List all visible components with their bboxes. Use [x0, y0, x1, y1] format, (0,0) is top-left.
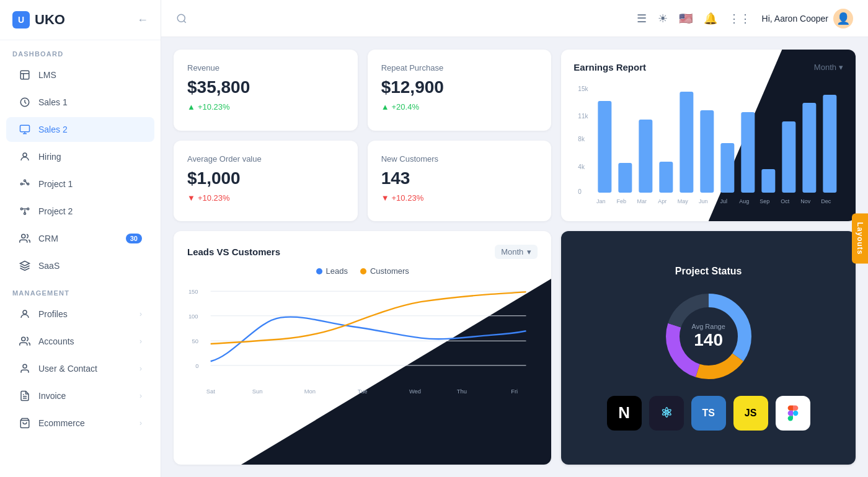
sidebar-item-project1[interactable]: Project 1: [6, 172, 154, 196]
earnings-bar-chart: 15k 11k 8k 4k 0: [574, 82, 843, 206]
leads-legend-leads-label: Leads: [326, 266, 348, 276]
svg-text:Apr: Apr: [658, 198, 667, 204]
earnings-chevron-icon: ▾: [839, 63, 843, 72]
donut-value: 140: [692, 330, 725, 350]
svg-text:Jun: Jun: [699, 198, 708, 204]
sidebar-item-crm[interactable]: CRM 30: [6, 226, 154, 251]
sidebar-item-profiles[interactable]: Profiles ›: [6, 302, 154, 326]
repeat-purchase-label: Repeat Purchase: [381, 63, 538, 72]
search-icon: [176, 13, 187, 24]
new-customers-value: 143: [381, 168, 538, 188]
menu-icon[interactable]: ☰: [637, 12, 647, 25]
dashboard-section-label: DASHBOARD: [0, 40, 161, 61]
invoice-icon: [19, 390, 31, 402]
sidebar-item-sales1-label: Sales 1: [38, 97, 68, 107]
nextjs-icon: N: [607, 396, 642, 431]
crm-badge: 30: [126, 234, 142, 243]
stat-cards: Revenue $35,800 ▲ +10.23% Repeat Purchas…: [174, 50, 551, 221]
svg-text:Aug: Aug: [740, 198, 750, 204]
new-customers-down-arrow: ▼: [381, 193, 389, 203]
svg-rect-31: [762, 169, 776, 193]
svg-point-6: [27, 183, 29, 185]
svg-text:Tue: Tue: [358, 388, 368, 395]
sidebar-item-invoice-label: Invoice: [38, 391, 66, 401]
accounts-icon: [19, 335, 31, 348]
sidebar-item-user-contact[interactable]: User & Contact ›: [6, 356, 154, 381]
svg-text:Oct: Oct: [781, 198, 790, 204]
svg-rect-27: [680, 92, 694, 193]
search-bar[interactable]: [176, 13, 627, 24]
top-cards-row: Revenue $35,800 ▲ +10.23% Repeat Purchas…: [174, 50, 856, 221]
svg-text:Fri: Fri: [511, 388, 518, 395]
project1-icon: [19, 178, 31, 190]
leads-period-select[interactable]: Month ▾: [495, 245, 538, 259]
svg-rect-26: [660, 162, 673, 193]
lms-icon: [19, 69, 31, 81]
leads-title: Leads VS Customers: [187, 247, 280, 257]
tech-icons-row: N ⚛ TS JS: [607, 396, 810, 431]
javascript-icon: JS: [733, 396, 768, 431]
sidebar-item-lms-label: LMS: [38, 70, 56, 80]
sidebar-item-hiring[interactable]: Hiring: [6, 144, 154, 169]
svg-rect-29: [721, 143, 735, 193]
svg-rect-32: [782, 121, 796, 193]
donut-center: Avg Range 140: [692, 323, 725, 350]
flag-icon[interactable]: 🇺🇸: [679, 12, 693, 25]
leads-legend-leads: Leads: [316, 266, 348, 276]
svg-text:4k: 4k: [578, 164, 586, 170]
sidebar-item-user-contact-label: User & Contact: [38, 364, 97, 374]
sidebar-item-saas[interactable]: SaaS: [6, 253, 154, 278]
svg-point-12: [22, 337, 25, 341]
sidebar-item-lms[interactable]: LMS: [6, 63, 154, 87]
earnings-title: Earnings Report: [574, 62, 646, 72]
svg-rect-34: [823, 95, 837, 193]
svg-text:150: 150: [188, 288, 198, 295]
svg-text:Feb: Feb: [617, 198, 627, 204]
earnings-period-select[interactable]: Month ▾: [814, 63, 843, 72]
bell-icon[interactable]: 🔔: [704, 12, 717, 25]
sidebar-item-sales2[interactable]: Sales 2: [6, 117, 154, 142]
sidebar-item-sales1[interactable]: Sales 1: [6, 90, 154, 115]
collapse-button[interactable]: ←: [137, 14, 148, 27]
layouts-tab[interactable]: Layouts: [852, 213, 868, 263]
management-section-label: MANAGEMENT: [0, 279, 161, 300]
revenue-card: Revenue $35,800 ▲ +10.23%: [174, 50, 358, 131]
sidebar-item-invoice[interactable]: Invoice ›: [6, 383, 154, 408]
ecommerce-chevron-icon: ›: [140, 419, 142, 427]
logo-text: UKO: [35, 12, 65, 28]
header-right: ☰ ☀ 🇺🇸 🔔 ⋮⋮ Hi, Aaron Cooper 👤: [637, 9, 853, 28]
theme-icon[interactable]: ☀: [658, 12, 668, 25]
revenue-label: Revenue: [187, 63, 344, 72]
logo-icon: U: [12, 11, 30, 28]
svg-rect-0: [20, 71, 29, 79]
sidebar-item-crm-label: CRM: [38, 234, 58, 243]
svg-text:Jan: Jan: [596, 198, 606, 204]
revenue-value: $35,800: [187, 77, 344, 97]
apps-icon[interactable]: ⋮⋮: [728, 12, 751, 25]
header: ☰ ☀ 🇺🇸 🔔 ⋮⋮ Hi, Aaron Cooper 👤: [161, 0, 868, 37]
sidebar-item-ecommerce[interactable]: Ecommerce ›: [6, 411, 154, 435]
new-customers-label: New Customers: [381, 154, 538, 164]
bottom-row: Leads VS Customers Month ▾ Leads: [174, 231, 856, 465]
earnings-header: Earnings Report Month ▾: [574, 62, 843, 72]
svg-point-5: [24, 180, 26, 182]
greeting-text: Hi, Aaron Cooper: [762, 14, 828, 24]
main-area: ☰ ☀ 🇺🇸 🔔 ⋮⋮ Hi, Aaron Cooper 👤 Revenue $…: [161, 0, 868, 477]
ecommerce-icon: [19, 417, 31, 429]
project-donut-chart: Avg Range 140: [659, 287, 758, 386]
svg-text:Dec: Dec: [822, 198, 832, 204]
sidebar-item-project2[interactable]: Project 2: [6, 199, 154, 224]
leads-legend-customers: Customers: [360, 266, 409, 276]
svg-point-17: [177, 14, 185, 22]
figma-icon: [776, 396, 810, 431]
repeat-up-arrow: ▲: [381, 102, 389, 112]
revenue-up-arrow: ▲: [187, 102, 195, 112]
user-contact-chevron-icon: ›: [140, 364, 142, 373]
leads-card: Leads VS Customers Month ▾ Leads: [174, 231, 551, 465]
sidebar-item-accounts[interactable]: Accounts ›: [6, 329, 154, 354]
svg-text:Nov: Nov: [801, 198, 812, 204]
project-status-card: Project Status Avg R: [561, 231, 856, 465]
svg-rect-2: [20, 125, 30, 132]
sidebar-item-profiles-label: Profiles: [38, 309, 68, 319]
svg-point-11: [23, 310, 27, 314]
